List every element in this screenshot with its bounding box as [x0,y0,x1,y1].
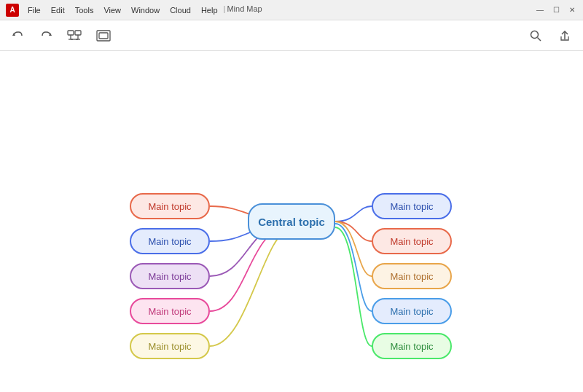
menu-cloud[interactable]: Cloud [165,4,195,16]
right-node-4-label: Main topic [390,306,433,317]
app-icon: A [6,4,19,17]
left-node-2-label: Main topic [148,236,191,247]
right-node-3[interactable]: Main topic [372,263,452,289]
svg-rect-2 [68,31,74,35]
insert-button[interactable] [64,27,85,44]
left-node-5[interactable]: Main topic [130,333,210,359]
menu-separator: | [224,4,226,16]
left-node-4-label: Main topic [148,306,191,317]
toolbar [0,20,583,51]
central-topic-node[interactable]: Central topic [248,203,335,240]
menu-window[interactable]: Window [127,4,164,16]
menu-help[interactable]: Help [197,4,222,16]
right-node-1[interactable]: Main topic [372,193,452,219]
title-bar: A File Edit Tools View Window Cloud Help… [0,0,583,20]
svg-point-11 [531,31,539,38]
share-button[interactable] [555,26,574,45]
right-node-1-label: Main topic [390,201,433,212]
central-topic-label: Central topic [258,216,325,228]
left-node-1-label: Main topic [148,201,191,212]
maximize-button[interactable]: ☐ [551,5,561,15]
search-button[interactable] [526,26,545,45]
menu-bar: File Edit Tools View Window Cloud Help |… [23,4,262,16]
right-node-4[interactable]: Main topic [372,298,452,324]
toolbar-right [526,26,574,45]
menu-edit[interactable]: Edit [47,4,69,16]
left-node-5-label: Main topic [148,341,191,352]
left-node-2[interactable]: Main topic [130,228,210,254]
right-node-2-label: Main topic [390,236,433,247]
close-button[interactable]: ✕ [567,5,577,15]
menu-tools[interactable]: Tools [71,4,98,16]
right-node-3-label: Main topic [390,271,433,282]
svg-rect-10 [99,33,108,39]
svg-line-12 [538,37,541,41]
right-node-2[interactable]: Main topic [372,228,452,254]
menu-view[interactable]: View [99,4,125,16]
left-node-3-label: Main topic [148,271,191,282]
title-bar-right: — ☐ ✕ [535,5,577,15]
app-mode-label: Mind Map [227,4,262,16]
svg-rect-3 [75,31,81,35]
undo-button[interactable] [9,26,28,45]
frame-button[interactable] [93,27,114,44]
right-node-5[interactable]: Main topic [372,333,452,359]
menu-file[interactable]: File [23,4,45,16]
minimize-button[interactable]: — [535,5,545,15]
mind-map-canvas: Central topic Main topic Main topic Main… [0,51,583,392]
redo-button[interactable] [36,26,55,45]
toolbar-left [9,26,114,45]
right-node-5-label: Main topic [390,341,433,352]
left-node-4[interactable]: Main topic [130,298,210,324]
left-node-1[interactable]: Main topic [130,193,210,219]
left-node-3[interactable]: Main topic [130,263,210,289]
title-bar-left: A File Edit Tools View Window Cloud Help… [6,4,535,17]
